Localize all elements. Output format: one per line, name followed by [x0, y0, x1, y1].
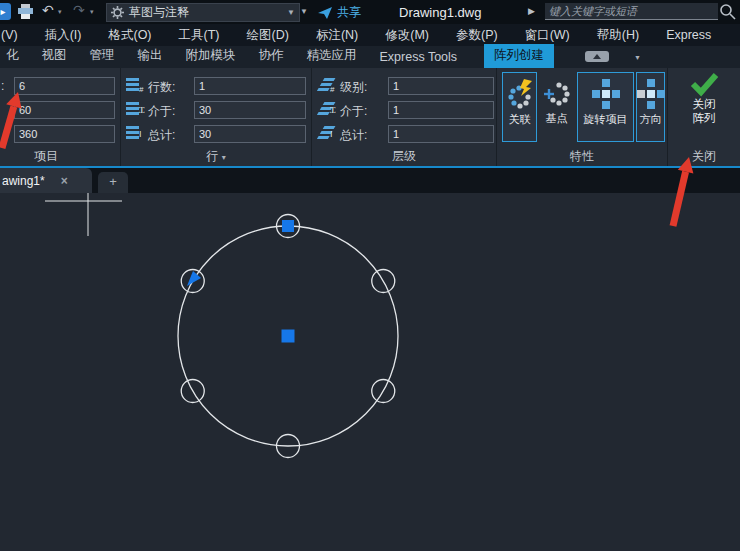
direction-icon [637, 79, 665, 109]
tab-featured-apps[interactable]: 精选应用 [307, 44, 357, 68]
menu-bar: (V) 插入(I) 格式(O) 工具(T) 绘图(D) 标注(N) 修改(M) … [0, 24, 740, 46]
search-input[interactable] [545, 3, 718, 20]
undo-icon[interactable]: ↶ [42, 2, 54, 18]
svg-text:#: # [330, 85, 335, 92]
rows-total-field[interactable] [194, 125, 306, 143]
clipped-toolbar-icon[interactable]: ▸ [0, 3, 11, 20]
search-icon[interactable] [719, 3, 736, 20]
items-between-field[interactable] [14, 101, 115, 119]
file-tab-label: awing1* [2, 174, 45, 188]
levels-total-field[interactable] [388, 125, 494, 143]
direction-toggle[interactable]: 方向 [636, 72, 665, 142]
redo-dropdown-icon[interactable]: ▾ [90, 8, 94, 16]
tab-view[interactable]: 视图 [42, 44, 67, 68]
workspace-name: 草图与注释 [129, 4, 189, 21]
menu-insert[interactable]: 插入(I) [45, 27, 82, 44]
svg-text:Ɪ: Ɪ [330, 105, 336, 115]
rotate-items-icon [592, 79, 620, 109]
levels-total-label: 总计: [340, 127, 367, 144]
levels-count-label: 级别: [340, 79, 367, 96]
ribbon-array-creation: : 项目 # Ɪ I 行数: 介于: 总计: 行 ▾ [0, 68, 740, 168]
model-space-canvas[interactable] [0, 193, 740, 551]
associative-toggle[interactable]: 关联 [502, 72, 537, 142]
ribbon-collapse-icon[interactable] [585, 51, 609, 62]
share-label: 共享 [337, 4, 361, 21]
file-tab-drawing1[interactable]: awing1* × [0, 168, 92, 193]
ribbon-tab-bar: 化 视图 管理 输出 附加模块 协作 精选应用 Express Tools 阵列… [0, 46, 740, 68]
workspace-caret-icon: ▼ [287, 8, 295, 17]
panel-rows: # Ɪ I 行数: 介于: 总计: 行 ▾ [121, 68, 312, 166]
rows-count-label: 行数: [148, 79, 175, 96]
panel-rows-caret-icon: ▾ [222, 153, 226, 162]
document-title: Drawing1.dwg [399, 5, 481, 20]
green-check-icon [689, 71, 719, 97]
rows-between-icon: Ɪ [126, 101, 145, 116]
menu-parametric[interactable]: 参数(P) [456, 27, 498, 44]
levels-count-field[interactable] [388, 77, 494, 95]
tab-express-tools[interactable]: Express Tools [380, 47, 458, 68]
items-count-field[interactable] [14, 77, 115, 95]
panel-items: : 项目 [0, 68, 121, 166]
base-point-icon [543, 78, 571, 108]
panel-items-label[interactable]: 项目 [0, 148, 120, 165]
search-arrow-icon[interactable]: ▶ [528, 6, 535, 16]
tab-visualize[interactable]: 化 [6, 44, 19, 68]
menu-format[interactable]: 格式(O) [108, 27, 151, 44]
base-point-button[interactable]: 基点 [539, 72, 574, 142]
panel-close-label[interactable]: 关闭 [668, 148, 740, 165]
menu-view[interactable]: (V) [1, 28, 18, 42]
menu-help[interactable]: 帮助(H) [597, 27, 639, 44]
menu-window[interactable]: 窗口(W) [525, 27, 570, 44]
panel-close: 关闭 阵列 关闭 [668, 68, 740, 166]
undo-dropdown-icon[interactable]: ▾ [58, 8, 62, 16]
title-bar: ▸ ↶ ▾ ↷ ▾ 草图与注释 ▼ ▼ 共享 Drawing1.dwg ▶ [0, 0, 740, 24]
levels-between-label: 介于: [340, 103, 367, 120]
menu-modify[interactable]: 修改(M) [385, 27, 429, 44]
rows-count-field[interactable] [194, 77, 306, 95]
tab-addins[interactable]: 附加模块 [186, 44, 236, 68]
items-count-label-clipped: : [1, 79, 4, 93]
toolbar-overflow-icon[interactable]: ▼ [300, 7, 308, 16]
redo-icon[interactable]: ↷ [73, 2, 85, 18]
tab-collaborate[interactable]: 协作 [259, 44, 284, 68]
gear-icon [111, 6, 124, 19]
panel-levels: # Ɪ I 级别: 介于: 总计: 层级 [312, 68, 497, 166]
tab-output[interactable]: 输出 [138, 44, 163, 68]
tab-manage[interactable]: 管理 [90, 44, 115, 68]
close-array-button[interactable]: 关闭 阵列 [674, 71, 734, 149]
file-tab-bar: awing1* × + [0, 168, 740, 193]
panel-rows-label[interactable]: 行 ▾ [121, 148, 311, 165]
items-fill-field[interactable] [14, 125, 115, 143]
levels-count-icon: # [317, 77, 336, 92]
tab-array-creation-active[interactable]: 阵列创建 [484, 44, 554, 68]
svg-text:#: # [139, 85, 144, 92]
print-icon[interactable] [17, 4, 34, 19]
rows-count-icon: # [126, 77, 145, 92]
share-button[interactable]: 共享 [318, 4, 361, 21]
svg-text:Ɪ: Ɪ [139, 105, 145, 115]
rows-total-label: 总计: [148, 127, 175, 144]
associative-icon [506, 79, 534, 109]
ribbon-collapse-caret-icon[interactable]: ▼ [634, 54, 641, 61]
menu-dimension[interactable]: 标注(N) [316, 27, 358, 44]
levels-between-icon: Ɪ [317, 101, 336, 116]
panel-properties-label[interactable]: 特性 [497, 148, 667, 165]
rows-between-field[interactable] [194, 101, 306, 119]
rotate-items-toggle[interactable]: 旋转项目 [577, 72, 634, 142]
menu-express[interactable]: Express [666, 28, 711, 42]
panel-levels-label[interactable]: 层级 [312, 148, 496, 165]
levels-between-field[interactable] [388, 101, 494, 119]
paper-plane-icon [318, 7, 332, 19]
menu-tools[interactable]: 工具(T) [179, 27, 220, 44]
new-tab-button[interactable]: + [98, 172, 128, 193]
rows-total-icon: I [126, 125, 145, 140]
menu-draw[interactable]: 绘图(D) [247, 27, 289, 44]
levels-total-icon: I [317, 125, 336, 140]
workspace-dropdown[interactable]: 草图与注释 ▼ [106, 3, 300, 22]
svg-text:I: I [139, 129, 142, 139]
panel-properties: 关联 基点 旋转项目 [497, 68, 668, 166]
rows-between-label: 介于: [148, 103, 175, 120]
svg-text:I: I [330, 129, 333, 139]
file-tab-close-icon[interactable]: × [61, 174, 68, 188]
